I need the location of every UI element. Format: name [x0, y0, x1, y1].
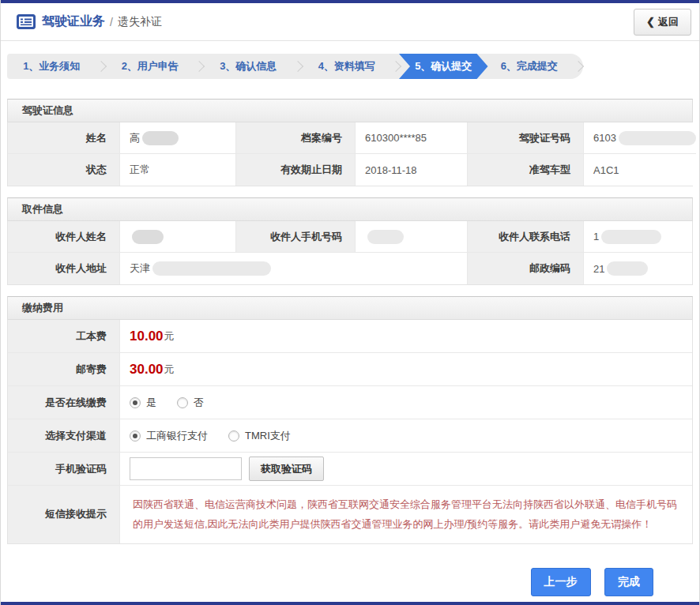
status-label: 状态 — [8, 154, 120, 186]
recipient-phone-value: 1 — [584, 221, 692, 253]
back-button-label: 返回 — [658, 16, 679, 28]
step-chevron-icon — [293, 54, 303, 79]
price-amount: 30.00 — [130, 362, 164, 378]
page-header: 驾驶证业务 / 遗失补证 ❮返回 — [1, 3, 699, 41]
online-pay-options: 是 否 — [120, 386, 692, 419]
bottom-brand-bar — [1, 602, 699, 605]
step-chevron-icon — [96, 54, 106, 79]
recipient-name-label: 收件人姓名 — [8, 221, 120, 253]
postal-code-label: 邮政编码 — [468, 253, 584, 284]
license-no-value: 6103 — [584, 122, 696, 154]
step-1-business-notice[interactable]: 1、业务须知 — [7, 54, 96, 79]
license-info-section: 驾驶证信息 姓名 高 档案编号 610300****85 驾驶证号码 6103 … — [7, 99, 693, 186]
footer-actions: 上一步 完成 — [1, 568, 699, 596]
step-5-confirm-submit[interactable]: 5、确认提交 — [399, 54, 488, 79]
step-chevron-icon — [391, 54, 401, 79]
postage-fee-label: 邮寄费 — [8, 353, 120, 386]
license-info-table: 姓名 高 档案编号 610300****85 驾驶证号码 6103 状态 正常 … — [7, 122, 693, 186]
price-unit: 元 — [164, 329, 175, 344]
redaction-blur — [142, 131, 179, 145]
radio-selected-icon[interactable] — [130, 430, 141, 442]
vehicle-class-value: A1C1 — [584, 154, 696, 186]
breadcrumb-separator: / — [110, 16, 113, 28]
sms-code-label: 手机验证码 — [8, 453, 120, 486]
radio-option-label: 工商银行支付 — [146, 429, 208, 443]
radio-option-label: 否 — [194, 396, 204, 410]
online-pay-label: 是否在线缴费 — [8, 386, 120, 419]
pickup-info-section: 取件信息 收件人姓名 收件人手机号码 收件人联系电话 1 收件人地址 天津 邮政… — [7, 197, 693, 285]
name-label: 姓名 — [8, 122, 120, 154]
redaction-blur — [601, 230, 661, 244]
previous-step-button[interactable]: 上一步 — [531, 568, 591, 596]
sms-code-row: 获取验证码 — [120, 453, 692, 486]
sms-notice-text: 因陕西省联通、电信运营商技术问题，陕西省互联网交通安全综合服务管理平台无法向持陕… — [120, 486, 692, 543]
work-fee-label: 工本费 — [8, 320, 120, 353]
file-no-value: 610300****85 — [356, 122, 468, 154]
work-fee-value: 10.00元 — [120, 320, 692, 353]
breadcrumb-current: 遗失补证 — [118, 15, 162, 29]
redaction-blur — [367, 230, 404, 244]
name-value: 高 — [120, 122, 236, 154]
vehicle-class-label: 准驾车型 — [468, 154, 584, 186]
license-info-title: 驾驶证信息 — [7, 99, 693, 122]
recipient-phone-label: 收件人联系电话 — [468, 221, 584, 253]
redaction-blur — [607, 261, 648, 276]
back-button[interactable]: ❮返回 — [634, 9, 691, 36]
radio-option-tmri[interactable]: TMRI支付 — [228, 429, 291, 443]
radio-option-no[interactable]: 否 — [177, 396, 204, 410]
radio-unselected-icon[interactable] — [228, 430, 239, 442]
recipient-name-value — [120, 221, 236, 253]
form-icon — [17, 14, 36, 29]
radio-option-label: 是 — [146, 396, 156, 410]
price-amount: 10.00 — [130, 329, 164, 344]
step-chevron-icon — [194, 54, 204, 79]
redaction-blur — [619, 131, 696, 145]
step-6-complete-submit[interactable]: 6、完成提交 — [485, 54, 574, 79]
postage-fee-value: 30.00元 — [120, 353, 692, 386]
file-no-label: 档案编号 — [236, 122, 356, 154]
step-4-fill-data[interactable]: 4、资料填写 — [303, 54, 392, 79]
pay-channel-label: 选择支付渠道 — [8, 419, 120, 453]
step-3-confirm-info[interactable]: 3、确认信息 — [204, 54, 293, 79]
wizard-steps: 1、业务须知 2、用户申告 3、确认信息 4、资料填写 5、确认提交 6、完成提… — [7, 54, 583, 79]
finish-button[interactable]: 完成 — [604, 568, 653, 596]
pay-channel-options: 工商银行支付 TMRI支付 — [120, 419, 692, 453]
step-2-user-declaration[interactable]: 2、用户申告 — [106, 54, 195, 79]
expiry-value: 2018-11-18 — [356, 154, 468, 186]
radio-option-label: TMRI支付 — [245, 429, 291, 443]
recipient-address-label: 收件人地址 — [8, 253, 120, 284]
redaction-blur — [132, 230, 164, 244]
pickup-info-table: 收件人姓名 收件人手机号码 收件人联系电话 1 收件人地址 天津 邮政编码 21 — [7, 221, 693, 285]
fees-table: 工本费 10.00元 邮寄费 30.00元 是否在线缴费 是 否 选择支付渠道 … — [7, 320, 693, 544]
postal-code-value: 21 — [584, 253, 692, 284]
radio-selected-icon[interactable] — [130, 397, 141, 408]
recipient-mobile-value — [356, 221, 468, 253]
radio-option-yes[interactable]: 是 — [130, 396, 156, 410]
license-no-label: 驾驶证号码 — [468, 122, 584, 154]
sms-code-input[interactable] — [130, 457, 242, 480]
recipient-address-value: 天津 — [120, 253, 468, 284]
radio-unselected-icon[interactable] — [177, 397, 188, 408]
expiry-label: 有效期止日期 — [236, 154, 356, 186]
pickup-info-title: 取件信息 — [7, 197, 693, 221]
status-value: 正常 — [120, 154, 236, 186]
price-unit: 元 — [164, 363, 175, 377]
get-code-button[interactable]: 获取验证码 — [249, 457, 324, 481]
sms-notice-label: 短信接收提示 — [8, 486, 120, 543]
redaction-blur — [152, 261, 271, 276]
recipient-mobile-label: 收件人手机号码 — [236, 221, 356, 253]
fees-title: 缴纳费用 — [7, 296, 693, 320]
page-title: 驾驶证业务 — [42, 13, 105, 30]
step-chevron-icon — [574, 54, 583, 79]
fees-section: 缴纳费用 工本费 10.00元 邮寄费 30.00元 是否在线缴费 是 否 选择… — [7, 296, 693, 544]
radio-option-icbc[interactable]: 工商银行支付 — [130, 429, 208, 443]
chevron-left-icon: ❮ — [646, 16, 655, 28]
